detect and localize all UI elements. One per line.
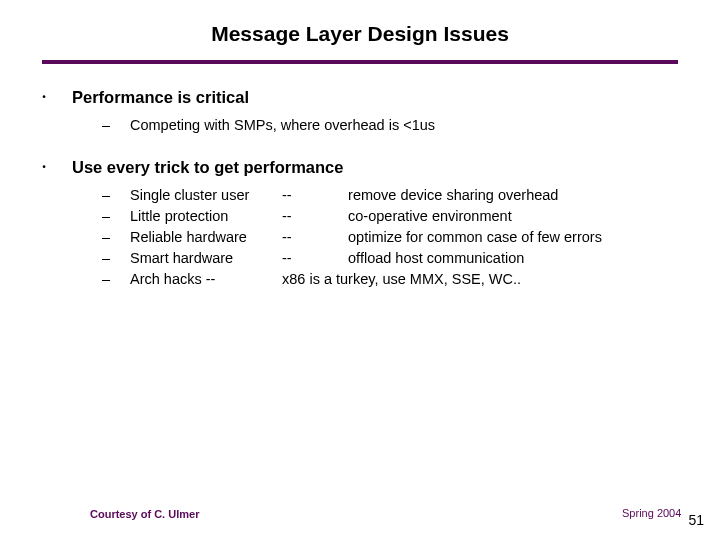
list-item: – Smart hardware -- offload host communi…	[102, 248, 678, 269]
footer: Courtesy of C. Ulmer Spring 2004 51	[0, 504, 720, 520]
dash-icon: –	[102, 185, 130, 206]
list-item: – Single cluster user -- remove device s…	[102, 185, 678, 206]
dash-icon: –	[102, 115, 130, 136]
bullet-1: · Performance is critical	[42, 88, 678, 107]
sub-right: -- offload host communication	[282, 248, 678, 269]
dash-icon: –	[102, 248, 130, 269]
bullet-2: · Use every trick to get performance	[42, 158, 678, 177]
page-number: 51	[688, 512, 704, 528]
list-item: – Little protection -- co-operative envi…	[102, 206, 678, 227]
slide: Message Layer Design Issues · Performanc…	[0, 0, 720, 540]
sub-right: -- remove device sharing overhead	[282, 185, 678, 206]
bullet-2-sub: – Single cluster user -- remove device s…	[102, 185, 678, 290]
slide-title: Message Layer Design Issues	[42, 22, 678, 46]
sub-left: Arch hacks --	[130, 269, 282, 290]
bullet-icon: ·	[42, 88, 72, 107]
dash-icon: –	[102, 206, 130, 227]
sub-text: Competing with SMPs, where overhead is <…	[130, 115, 435, 136]
sub-left: Little protection	[130, 206, 282, 227]
list-item: – Arch hacks -- x86 is a turkey, use MMX…	[102, 269, 678, 290]
bullet-icon: ·	[42, 158, 72, 177]
term-text: Spring 2004	[622, 507, 681, 519]
list-item: – Competing with SMPs, where overhead is…	[102, 115, 678, 136]
bullet-2-heading: Use every trick to get performance	[72, 158, 343, 177]
sub-right: x86 is a turkey, use MMX, SSE, WC..	[282, 269, 678, 290]
sub-left: Single cluster user	[130, 185, 282, 206]
sub-left: Reliable hardware	[130, 227, 282, 248]
sub-right: -- optimize for common case of few error…	[282, 227, 678, 248]
title-rule	[42, 60, 678, 64]
footer-right: Spring 2004 51	[622, 504, 704, 520]
dash-icon: –	[102, 227, 130, 248]
list-item: – Reliable hardware -- optimize for comm…	[102, 227, 678, 248]
sub-right: -- co-operative environment	[282, 206, 678, 227]
sub-left: Smart hardware	[130, 248, 282, 269]
courtesy-text: Courtesy of C. Ulmer	[90, 508, 199, 520]
bullet-1-heading: Performance is critical	[72, 88, 249, 107]
dash-icon: –	[102, 269, 130, 290]
bullet-1-sub: – Competing with SMPs, where overhead is…	[102, 115, 678, 136]
